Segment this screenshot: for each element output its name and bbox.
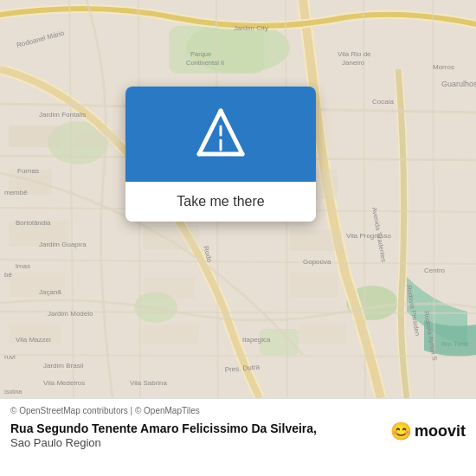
svg-rect-29 [290, 273, 338, 297]
svg-text:Furnas: Furnas [17, 167, 39, 175]
svg-text:Janeiro: Janeiro [342, 59, 365, 67]
location-row: Rua Segundo Tenente Amaro Felicissimo Da… [10, 421, 466, 449]
svg-line-67 [199, 111, 221, 154]
svg-text:Vila Mazzei: Vila Mazzei [16, 336, 51, 344]
svg-text:Jardim Modelo: Jardim Modelo [48, 310, 93, 318]
svg-rect-20 [74, 130, 121, 147]
svg-text:Isolina: Isolina [4, 389, 22, 395]
svg-text:Vila Rio de: Vila Rio de [338, 50, 371, 58]
location-info: Rua Segundo Tenente Amaro Felicissimo Da… [10, 421, 383, 449]
card-icon-area [125, 87, 316, 182]
svg-text:Gopoúva: Gopoúva [303, 258, 331, 266]
moovit-emoji: 😊 [390, 421, 412, 441]
svg-text:bê: bê [4, 271, 12, 279]
take-me-there-area[interactable]: Take me there [125, 182, 316, 222]
svg-rect-32 [299, 325, 346, 344]
moovit-logo: 😊 moovit [390, 421, 466, 441]
location-name: Rua Segundo Tenente Amaro Felicissimo Da… [10, 421, 383, 436]
svg-text:Rio Tietê: Rio Tietê [441, 340, 469, 348]
svg-text:Guarulhos: Guarulhos [441, 80, 476, 88]
svg-rect-19 [9, 125, 61, 147]
svg-text:lmas: lmas [16, 262, 30, 270]
svg-text:membê: membê [4, 189, 28, 196]
moovit-name: moovit [415, 422, 466, 441]
svg-text:Centro: Centro [424, 267, 446, 274]
svg-text:Jardim Fontalis: Jardim Fontalis [39, 111, 86, 119]
svg-rect-31 [143, 325, 199, 344]
svg-text:Jardim Guapira: Jardim Guapira [39, 241, 87, 248]
svg-line-68 [221, 111, 242, 154]
svg-text:Parque: Parque [190, 50, 211, 58]
bottom-bar: © OpenStreetMap contributors | © OpenMap… [0, 398, 476, 476]
svg-text:Jardim Brasil: Jardim Brasil [43, 362, 83, 370]
svg-text:Vila Progresso: Vila Progresso [346, 232, 391, 240]
svg-text:Cocaia: Cocaia [372, 98, 394, 106]
svg-text:Jaçanã: Jaçanã [39, 288, 61, 296]
svg-rect-26 [290, 229, 342, 251]
location-region: Sao Paulo Region [10, 436, 383, 449]
svg-text:Jardim City: Jardim City [234, 24, 268, 32]
svg-text:ruvi: ruvi [4, 353, 16, 361]
svg-text:Morros: Morros [433, 63, 454, 71]
svg-rect-25 [143, 225, 199, 249]
take-me-there-button[interactable]: Take me there [177, 194, 264, 209]
road-icon [190, 102, 251, 166]
svg-text:Vila Medeiros: Vila Medeiros [43, 379, 85, 387]
svg-text:Continental II: Continental II [186, 59, 224, 67]
map-view: Guarulhos Morros Cocaia Jardim City Parq… [0, 0, 476, 398]
svg-text:Itapegica: Itapegica [242, 336, 271, 344]
map-card: Take me there [125, 87, 316, 222]
svg-text:Bortolândia: Bortolândia [16, 219, 51, 227]
svg-rect-28 [143, 277, 195, 299]
attribution-text: © OpenStreetMap contributors | © OpenMap… [10, 406, 466, 415]
svg-text:Vila Sabrina: Vila Sabrina [130, 379, 168, 387]
